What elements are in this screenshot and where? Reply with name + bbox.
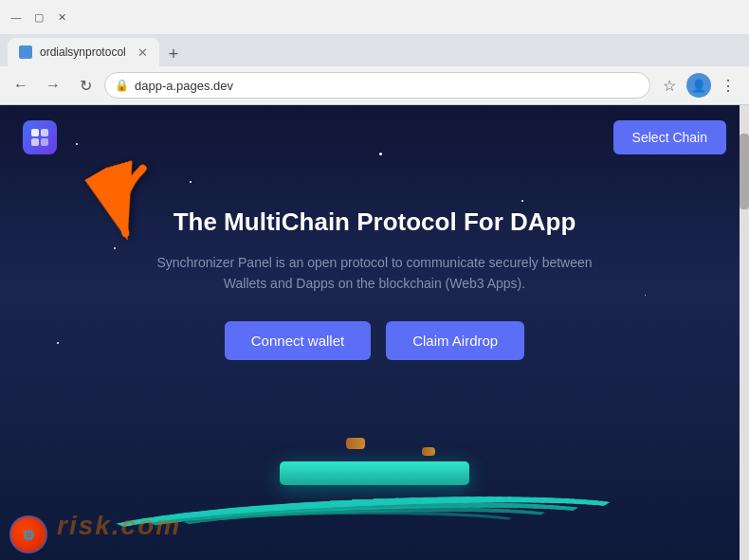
flying-object-2 (422, 447, 435, 456)
title-bar: — ▢ ✕ (0, 0, 749, 34)
tab-bar: ordialsynprotocol ✕ + (0, 34, 749, 66)
select-chain-button[interactable]: Select Chain (613, 120, 726, 154)
svg-rect-0 (31, 129, 39, 136)
back-button[interactable]: ← (8, 72, 34, 99)
lock-icon: 🔒 (115, 79, 129, 92)
tab-favicon (19, 45, 32, 59)
connect-wallet-button[interactable]: Connect wallet (225, 321, 371, 360)
hero-subtitle: Synchronizer Panel is an open protocol t… (147, 252, 602, 295)
bookmark-button[interactable]: ☆ (656, 72, 683, 99)
active-tab[interactable]: ordialsynprotocol ✕ (8, 38, 159, 66)
url-text: dapp-a.pages.dev (135, 79, 233, 93)
address-bar[interactable]: 🔒 dapp-a.pages.dev (104, 72, 650, 99)
window-controls: — ▢ ✕ (8, 9, 70, 26)
minimize-button[interactable]: — (8, 9, 25, 26)
svg-rect-2 (31, 138, 39, 146)
bottom-globe-icon: 🌐 (9, 515, 47, 553)
forward-button[interactable]: → (40, 72, 66, 99)
svg-rect-1 (41, 129, 48, 136)
flying-object-1 (346, 438, 365, 449)
logo (23, 120, 57, 154)
browser-chrome: — ▢ ✕ ordialsynprotocol ✕ + ← → ↻ 🔒 dapp… (0, 0, 749, 105)
navbar: Select Chain (0, 105, 749, 170)
ring-innermost (204, 511, 526, 535)
hero-buttons: Connect wallet Claim Airdrop (19, 321, 730, 360)
refresh-button[interactable]: ↻ (72, 72, 99, 99)
profile-button[interactable]: 👤 (686, 73, 711, 98)
tab-title: ordialsynprotocol (40, 45, 126, 59)
platform (280, 461, 469, 485)
more-button[interactable]: ⋮ (715, 72, 741, 99)
address-bar-row: ← → ↻ 🔒 dapp-a.pages.dev ☆ 👤 ⋮ (0, 66, 749, 104)
tab-close-button[interactable]: ✕ (137, 45, 148, 60)
close-button[interactable]: ✕ (53, 9, 70, 26)
svg-rect-3 (41, 138, 48, 146)
claim-airdrop-button[interactable]: Claim Airdrop (386, 321, 524, 360)
new-tab-button[interactable]: + (161, 42, 186, 66)
watermark: risk.com (57, 507, 181, 542)
toolbar-actions: ☆ 👤 ⋮ (656, 72, 741, 99)
maximize-button[interactable]: ▢ (30, 9, 47, 26)
logo-icon (29, 127, 50, 148)
page-content: Select Chain The MultiChain Protocol For… (0, 105, 749, 560)
